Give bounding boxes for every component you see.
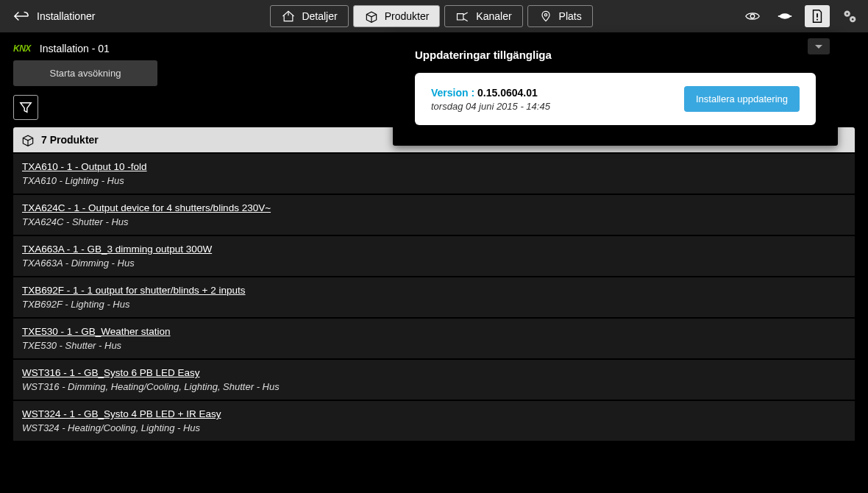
product-row[interactable]: TXA610 - 1 - Output 10 -fold TXA610 - Li… (13, 152, 855, 195)
product-subtitle: TXA610 - Lighting - Hus (22, 175, 846, 186)
svg-rect-4 (789, 15, 792, 17)
start-scan-button[interactable]: Starta avsökning (13, 60, 157, 86)
update-panel: Uppdateringar tillgängliga Version : 0.1… (393, 32, 838, 146)
topbar-right (740, 5, 862, 27)
eye-icon (744, 9, 761, 24)
product-subtitle: WST316 - Dimming, Heating/Cooling, Light… (22, 381, 846, 392)
document-button[interactable] (805, 5, 830, 27)
product-subtitle: TXA663A - Dimming - Hus (22, 258, 846, 269)
box-icon (21, 133, 35, 146)
funnel-icon (19, 101, 32, 114)
tab-place[interactable]: Plats (527, 5, 593, 27)
tab-channels[interactable]: Kanaler (444, 5, 522, 27)
product-title: TXB692F - 1 - 1 output for shutter/blind… (22, 285, 846, 296)
update-version-value: 0.15.0604.01 (477, 87, 538, 99)
nav-tabs: Detaljer Produkter Kanaler Plats (270, 5, 592, 27)
update-info: Version : 0.15.0604.01 torsdag 04 juni 2… (431, 86, 550, 112)
tab-details-label: Detaljer (302, 10, 337, 22)
product-row[interactable]: TXE530 - 1 - GB_Weather station TXE530 -… (13, 319, 855, 360)
plug-icon (777, 9, 793, 24)
settings-button[interactable] (837, 5, 862, 27)
box-icon (364, 10, 379, 23)
product-row[interactable]: TXA663A - 1 - GB_3 dimming output 300W T… (13, 236, 855, 277)
product-row[interactable]: WST324 - 1 - GB_Systo 4 PB LED + IR Easy… (13, 401, 855, 442)
tab-products-label: Produkter (385, 10, 430, 22)
topbar: Installationer Detaljer Produkter Kanale… (0, 0, 868, 32)
back-arrow-icon (13, 10, 29, 22)
product-title: TXE530 - 1 - GB_Weather station (22, 326, 846, 337)
tab-products[interactable]: Produkter (353, 5, 441, 27)
pin-icon (538, 10, 553, 23)
product-subtitle: TXE530 - Shutter - Hus (22, 340, 846, 351)
product-title: WST316 - 1 - GB_Systo 6 PB LED Easy (22, 367, 846, 378)
update-card: Version : 0.15.0604.01 torsdag 04 juni 2… (415, 73, 816, 125)
product-subtitle: TXA624C - Shutter - Hus (22, 216, 846, 227)
gears-icon (842, 9, 858, 24)
filter-button[interactable] (13, 95, 38, 120)
connector-button[interactable] (772, 5, 797, 27)
product-title: WST324 - 1 - GB_Systo 4 PB LED + IR Easy (22, 408, 846, 419)
channel-icon (455, 10, 470, 23)
update-version-line: Version : 0.15.0604.01 (431, 86, 550, 99)
product-subtitle: TXB692F - Lighting - Hus (22, 299, 846, 310)
svg-point-0 (544, 14, 547, 16)
svg-point-8 (852, 18, 854, 21)
product-title: TXA610 - 1 - Output 10 -fold (22, 161, 846, 172)
chevron-down-icon (814, 43, 823, 50)
product-subtitle: WST324 - Heating/Cooling, Lighting - Hus (22, 422, 846, 433)
product-list-header-label: 7 Produkter (41, 134, 99, 146)
tab-channels-label: Kanaler (476, 10, 511, 22)
back-button[interactable]: Installationer (6, 6, 102, 26)
product-row[interactable]: TXB692F - 1 - 1 output for shutter/blind… (13, 277, 855, 319)
tab-place-label: Plats (559, 10, 582, 22)
product-row[interactable]: WST316 - 1 - GB_Systo 6 PB LED Easy WST3… (13, 360, 855, 401)
product-title: TXA624C - 1 - Output device for 4 shutte… (22, 202, 846, 213)
product-list: 7 Produkter TXA610 - 1 - Output 10 -fold… (13, 127, 855, 442)
update-version-label: Version : (431, 87, 477, 99)
visibility-button[interactable] (740, 5, 765, 27)
svg-point-1 (750, 14, 755, 18)
update-panel-title: Uppdateringar tillgängliga (415, 49, 816, 61)
document-alert-icon (809, 9, 825, 24)
install-update-button[interactable]: Installera uppdatering (684, 86, 800, 112)
svg-rect-3 (778, 15, 781, 17)
tab-details[interactable]: Detaljer (270, 5, 348, 27)
update-panel-collapse-button[interactable] (808, 38, 830, 54)
svg-point-2 (780, 13, 791, 18)
knx-logo: KNX (13, 43, 31, 54)
product-title: TXA663A - 1 - GB_3 dimming output 300W (22, 244, 846, 255)
house-icon (281, 10, 296, 23)
update-date: torsdag 04 juni 2015 - 14:45 (431, 101, 550, 112)
installation-name: Installation - 01 (40, 43, 110, 54)
product-row[interactable]: TXA624C - 1 - Output device for 4 shutte… (13, 195, 855, 236)
back-label: Installationer (37, 10, 95, 22)
svg-point-6 (846, 13, 848, 15)
